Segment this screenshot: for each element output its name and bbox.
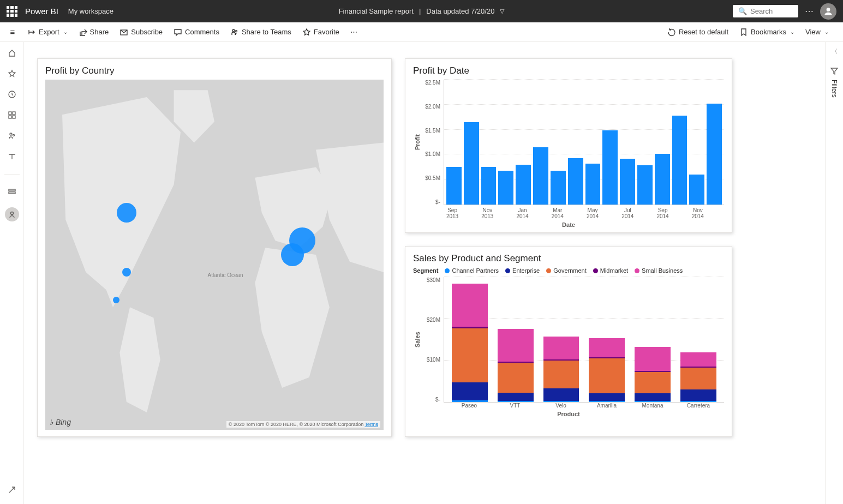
tile-title: Profit by Date <box>413 65 724 76</box>
export-button[interactable]: Export⌄ <box>23 26 72 39</box>
map-area[interactable]: Atlantic Ocean ♭ Bing © 2020 TomTom © 20… <box>45 80 384 430</box>
tile-sales-by-product[interactable]: Sales by Product and Segment Segment Cha… <box>405 246 732 437</box>
stacked-bar[interactable] <box>680 352 716 402</box>
workspaces-icon[interactable] <box>7 187 17 197</box>
legend-item[interactable]: Government <box>546 267 587 274</box>
legend-item[interactable]: Enterprise <box>505 267 540 274</box>
shared-icon[interactable] <box>7 130 17 141</box>
share-button[interactable]: Share <box>74 26 113 39</box>
reset-button[interactable]: Reset to default <box>663 26 733 39</box>
svg-point-2 <box>235 30 237 32</box>
view-button[interactable]: View⌄ <box>801 26 833 39</box>
bookmarks-button[interactable]: Bookmarks⌄ <box>735 26 799 39</box>
x-labels: Sep 2013Nov 2013Jan 2014Mar 2014May 2014… <box>444 205 724 219</box>
tile-profit-by-country[interactable]: Profit by Country <box>37 58 392 437</box>
svg-point-1 <box>232 29 235 32</box>
bar[interactable] <box>655 154 670 205</box>
learn-icon[interactable] <box>7 151 17 162</box>
map-bubble[interactable] <box>122 268 131 277</box>
filters-label: Filters <box>830 80 838 98</box>
bar[interactable] <box>602 130 618 205</box>
x-labels: PaseoVTTVeloAmarillaMontanaCarretera <box>444 403 724 409</box>
legend-item[interactable]: Channel Partners <box>445 267 499 274</box>
map-bubble[interactable] <box>113 297 119 303</box>
workspace-avatar-icon[interactable] <box>5 207 19 221</box>
user-avatar[interactable] <box>820 3 836 20</box>
share-icon <box>79 28 87 37</box>
legend-item[interactable]: Midmarket <box>593 267 628 274</box>
top-bar: Power BI My workspace Financial Sample r… <box>0 0 843 22</box>
action-bar: ≡ Export⌄ Share Subscribe Comments Share… <box>0 22 843 42</box>
bar[interactable] <box>672 116 687 205</box>
search-box[interactable]: 🔍 <box>733 5 798 17</box>
stacked-bar[interactable] <box>543 337 579 402</box>
bar[interactable] <box>620 159 635 205</box>
terms-link[interactable]: Terms <box>365 422 379 427</box>
stacked-bar[interactable] <box>452 284 488 402</box>
nav-rail <box>0 42 24 504</box>
bar[interactable] <box>707 104 722 205</box>
reset-icon <box>667 28 676 37</box>
search-input[interactable] <box>750 7 794 15</box>
bar[interactable] <box>481 167 497 205</box>
svg-rect-10 <box>9 189 15 191</box>
map-bubble[interactable] <box>117 203 136 223</box>
y-ticks: $2.5M$2.0M$1.5M$1.0M$0.5M$- <box>422 80 444 205</box>
brand-label: Power BI <box>25 7 58 16</box>
svg-point-8 <box>10 133 12 135</box>
tile-title: Profit by Country <box>45 65 384 76</box>
share-teams-button[interactable]: Share to Teams <box>226 26 296 39</box>
apps-icon[interactable] <box>7 110 17 121</box>
bar[interactable] <box>533 147 548 205</box>
favorites-icon[interactable] <box>7 68 17 79</box>
app-launcher-icon[interactable] <box>7 6 17 17</box>
favorite-button[interactable]: Favorite <box>298 26 344 39</box>
get-data-icon[interactable] <box>7 484 17 495</box>
filter-icon <box>830 67 839 75</box>
bar[interactable] <box>637 165 653 205</box>
x-axis-label: Product <box>413 411 724 417</box>
bar[interactable] <box>446 167 462 205</box>
bing-logo: ♭ Bing <box>50 418 71 427</box>
bar[interactable] <box>498 171 513 205</box>
hamburger-icon[interactable]: ≡ <box>4 27 21 37</box>
map-bubble[interactable] <box>289 227 315 254</box>
bar[interactable] <box>568 158 583 205</box>
legend-item[interactable]: Small Business <box>635 267 683 274</box>
tile-profit-by-date[interactable]: Profit by Date Profit $2.5M$2.0M$1.5M$1.… <box>405 58 732 233</box>
search-icon: 🔍 <box>738 7 747 15</box>
recent-icon[interactable] <box>7 89 17 100</box>
report-title-center[interactable]: Financial Sample report | Data updated 7… <box>339 7 505 15</box>
bookmark-icon <box>739 28 748 37</box>
bar[interactable] <box>551 171 566 205</box>
chevron-left-icon[interactable]: 〈 <box>832 47 838 56</box>
bar[interactable] <box>516 165 531 205</box>
y-ticks: $30M$20M$10M$- <box>422 277 444 403</box>
x-axis-label: Date <box>413 221 724 228</box>
stacked-bar[interactable] <box>635 347 671 402</box>
stacked-bar[interactable] <box>589 338 625 402</box>
workspace-label[interactable]: My workspace <box>68 7 113 15</box>
report-title: Financial Sample report <box>339 7 414 15</box>
teams-icon <box>230 28 239 37</box>
chevron-down-icon: ⌄ <box>63 29 68 35</box>
tile-title: Sales by Product and Segment <box>413 253 724 264</box>
subscribe-button[interactable]: Subscribe <box>115 26 167 39</box>
bar[interactable] <box>585 164 601 205</box>
home-icon[interactable] <box>7 47 17 58</box>
plot-area <box>444 80 724 205</box>
bar[interactable] <box>464 122 479 205</box>
svg-rect-5 <box>13 112 15 115</box>
svg-point-12 <box>10 212 13 215</box>
bar[interactable] <box>689 175 704 205</box>
comments-button[interactable]: Comments <box>169 26 224 39</box>
chevron-down-icon: ▽ <box>500 8 504 15</box>
star-icon <box>302 28 311 37</box>
export-icon <box>27 28 36 37</box>
more-actions-button[interactable]: ⋯ <box>346 26 362 38</box>
svg-rect-6 <box>9 116 11 118</box>
more-icon[interactable]: ⋯ <box>805 6 814 16</box>
stacked-bar[interactable] <box>498 329 534 402</box>
svg-rect-11 <box>9 192 15 194</box>
filters-pane-collapsed[interactable]: 〈 Filters <box>825 42 843 504</box>
